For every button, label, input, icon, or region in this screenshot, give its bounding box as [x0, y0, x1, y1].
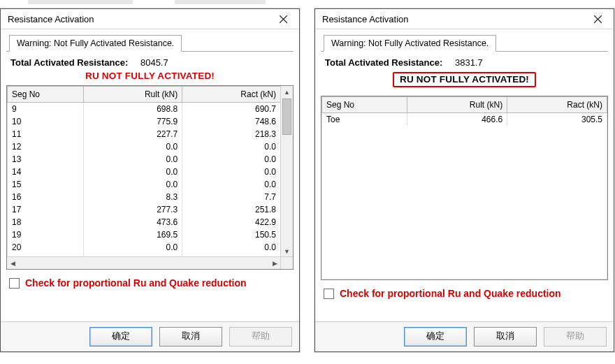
table-row[interactable]: 168.37.7	[8, 191, 281, 203]
dialog-buttons: 确定 取消 帮助	[315, 321, 614, 351]
table-row[interactable]: Toe466.6305.5	[322, 113, 607, 126]
col-rult[interactable]: Rult (kN)	[84, 87, 182, 103]
cell-segno: 20	[8, 241, 84, 254]
cell-segno: 16	[8, 191, 84, 203]
cell-ract: 0.0	[182, 153, 281, 166]
col-ract[interactable]: Ract (kN)	[507, 97, 607, 113]
cell-rult: 8.3	[84, 191, 182, 203]
tab-warning[interactable]: Warning: Not Fully Activated Resistance.	[9, 35, 182, 52]
tabstrip: Warning: Not Fully Activated Resistance.	[321, 34, 608, 52]
cell-rult: 775.9	[84, 115, 182, 128]
cell-segno: 10	[8, 115, 84, 128]
table-row[interactable]: 120.00.0	[8, 140, 281, 153]
close-icon	[594, 15, 602, 23]
cell-segno: 11	[8, 128, 84, 140]
window-title: Resistance Activation	[322, 14, 409, 24]
cell-segno: 15	[8, 178, 84, 191]
resistance-activation-dialog-right: Resistance Activation Warning: Not Fully…	[314, 8, 614, 352]
cell-segno: 19	[8, 228, 84, 241]
close-icon	[280, 15, 287, 23]
total-label: Total Activated Resistance:	[325, 57, 442, 68]
ok-button[interactable]: 确定	[404, 327, 467, 347]
proportional-ru-label: Check for proportional Ru and Quake redu…	[25, 277, 247, 289]
table-row[interactable]: 19169.5150.5	[8, 228, 281, 241]
cell-ract: 422.9	[182, 216, 281, 228]
total-value: 3831.7	[455, 57, 483, 68]
cell-rult: 0.0	[84, 166, 182, 178]
col-rult[interactable]: Rult (kN)	[407, 97, 507, 113]
cell-rult: 698.8	[84, 103, 182, 116]
col-ract[interactable]: Ract (kN)	[182, 87, 281, 103]
table-row[interactable]: 18473.6422.9	[8, 216, 281, 228]
help-button[interactable]: 帮助	[229, 327, 292, 347]
total-activated-row: Total Activated Resistance: 3831.7	[325, 57, 605, 68]
cell-ract: 748.6	[182, 115, 281, 128]
cell-ract: 7.7	[182, 191, 281, 203]
cell-rult: 0.0	[84, 241, 182, 254]
cell-rult: 0.0	[84, 140, 182, 153]
cell-rult: 0.0	[84, 153, 182, 166]
table-row[interactable]: 9698.8690.7	[8, 103, 281, 116]
cell-ract: 0.0	[182, 166, 281, 178]
cell-ract: 218.3	[182, 128, 281, 140]
titlebar: Resistance Activation	[1, 9, 299, 29]
cell-rult: 473.6	[84, 216, 182, 228]
col-segno[interactable]: Seg No	[8, 87, 84, 103]
proportional-ru-label: Check for proportional Ru and Quake redu…	[340, 287, 561, 300]
col-segno[interactable]: Seg No	[322, 97, 407, 113]
total-value: 8045.7	[140, 57, 168, 68]
tabstrip: Warning: Not Fully Activated Resistance.	[6, 34, 294, 52]
cell-rult: 0.0	[84, 178, 182, 191]
close-button[interactable]	[584, 10, 611, 27]
data-table: Seg No Rult (kN) Ract (kN) 9698.8690.710…	[6, 85, 294, 270]
cell-segno: 9	[8, 103, 84, 116]
proportional-ru-checkbox[interactable]	[324, 289, 334, 299]
cell-segno: Toe	[322, 113, 407, 126]
cell-ract: 150.5	[182, 228, 281, 241]
tab-warning[interactable]: Warning: Not Fully Activated Resistance.	[324, 35, 496, 52]
cell-segno: 14	[8, 166, 84, 178]
cell-rult: 169.5	[84, 228, 182, 241]
cell-rult: 227.7	[84, 128, 182, 140]
cell-ract: 690.7	[182, 103, 281, 116]
cell-rult: 466.6	[407, 113, 507, 126]
scroll-thumb[interactable]	[282, 99, 291, 135]
total-activated-row: Total Activated Resistance: 8045.7	[10, 57, 291, 68]
cancel-button[interactable]: 取消	[159, 327, 222, 347]
titlebar: Resistance Activation	[315, 9, 614, 29]
scroll-down-icon[interactable]: ▼	[281, 245, 293, 257]
cancel-button[interactable]: 取消	[474, 327, 537, 347]
horizontal-scrollbar[interactable]: ◀ ▶	[7, 256, 281, 269]
table-row[interactable]: 200.00.0	[8, 241, 281, 254]
table-row[interactable]: 11227.7218.3	[8, 128, 281, 140]
table-row[interactable]: 10775.9748.6	[8, 115, 281, 128]
scroll-left-icon[interactable]: ◀	[7, 257, 19, 269]
cell-ract: 0.0	[182, 140, 281, 153]
cell-segno: 12	[8, 140, 84, 153]
help-button[interactable]: 帮助	[544, 327, 607, 347]
proportional-ru-checkbox[interactable]	[9, 278, 20, 289]
data-table: Seg No Rult (kN) Ract (kN) Toe466.6305.5	[321, 96, 608, 280]
resistance-activation-dialog-left: Resistance Activation Warning: Not Fully…	[0, 8, 300, 352]
cell-rult: 277.3	[84, 203, 182, 216]
dialog-buttons: 确定 取消 帮助	[1, 321, 299, 351]
cell-ract: 305.5	[507, 113, 607, 126]
scroll-up-icon[interactable]: ▲	[281, 86, 293, 98]
table-row[interactable]: 17277.3251.8	[8, 203, 281, 216]
window-title: Resistance Activation	[8, 14, 94, 24]
ru-warning: RU NOT FULLY ACTIVATED!	[6, 71, 294, 81]
cell-segno: 18	[8, 216, 84, 228]
scroll-right-icon[interactable]: ▶	[269, 257, 281, 269]
cell-ract: 251.8	[182, 203, 281, 216]
table-row[interactable]: 130.00.0	[8, 153, 281, 166]
cell-segno: 13	[8, 153, 84, 166]
total-label: Total Activated Resistance:	[10, 57, 128, 68]
table-row[interactable]: 140.00.0	[8, 166, 281, 178]
cell-ract: 0.0	[182, 241, 281, 254]
close-button[interactable]	[270, 10, 296, 27]
ru-warning-boxed: RU NOT FULLY ACTIVATED!	[393, 72, 536, 87]
table-row[interactable]: 150.00.0	[8, 178, 281, 191]
vertical-scrollbar[interactable]: ▲ ▼	[280, 86, 293, 257]
ok-button[interactable]: 确定	[89, 327, 152, 347]
cell-ract: 0.0	[182, 178, 281, 191]
